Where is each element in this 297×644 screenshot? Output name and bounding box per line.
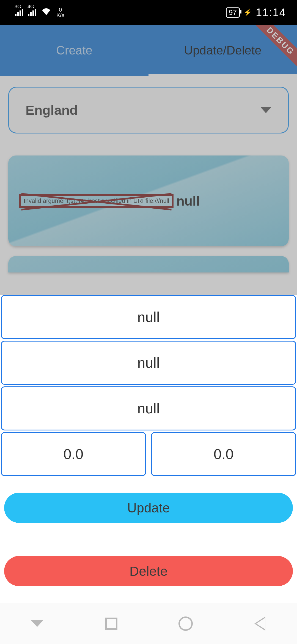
update-button-label: Update: [127, 500, 170, 515]
data-rate: 0 K/s: [56, 7, 64, 18]
update-button[interactable]: Update: [4, 493, 293, 523]
battery-level: 97: [229, 8, 237, 17]
field-1-input[interactable]: null: [1, 295, 296, 339]
numeric-right-input[interactable]: 0.0: [151, 432, 296, 476]
signal-3g-label: 3G: [15, 4, 21, 10]
field-2-input[interactable]: null: [1, 341, 296, 385]
field-2-value: null: [138, 354, 160, 371]
nav-home-icon[interactable]: [177, 615, 194, 632]
charging-icon: ⚡: [244, 9, 252, 16]
data-rate-value: 0: [59, 7, 62, 12]
nav-ime-icon[interactable]: [29, 615, 45, 632]
status-right: 97 ⚡ 11:14: [226, 6, 286, 19]
battery-icon: 97: [226, 7, 240, 18]
nav-recent-icon[interactable]: [103, 615, 120, 632]
numeric-left-input[interactable]: 0.0: [1, 432, 146, 476]
delete-button[interactable]: Delete: [4, 556, 293, 586]
edit-bottom-sheet: null null null 0.0 0.0 Update Delete: [0, 295, 297, 603]
data-rate-unit: K/s: [56, 12, 64, 18]
field-1-value: null: [138, 309, 160, 325]
field-3-value: null: [138, 400, 160, 417]
signal-4g-icon: 4G: [28, 9, 36, 16]
field-3-input[interactable]: null: [1, 386, 296, 430]
wifi-icon: [41, 7, 51, 18]
numeric-left-value: 0.0: [64, 446, 83, 462]
system-nav-bar: [0, 603, 297, 644]
nav-back-icon[interactable]: [252, 615, 268, 632]
status-bar: 3G 4G 0 K/s 97 ⚡ 11:14: [0, 0, 297, 25]
signal-4g-label: 4G: [28, 4, 34, 10]
clock: 11:14: [256, 6, 286, 19]
numeric-right-value: 0.0: [214, 446, 233, 462]
status-left: 3G 4G 0 K/s: [15, 7, 64, 18]
signal-3g-icon: 3G: [15, 9, 23, 16]
delete-button-label: Delete: [130, 564, 168, 579]
